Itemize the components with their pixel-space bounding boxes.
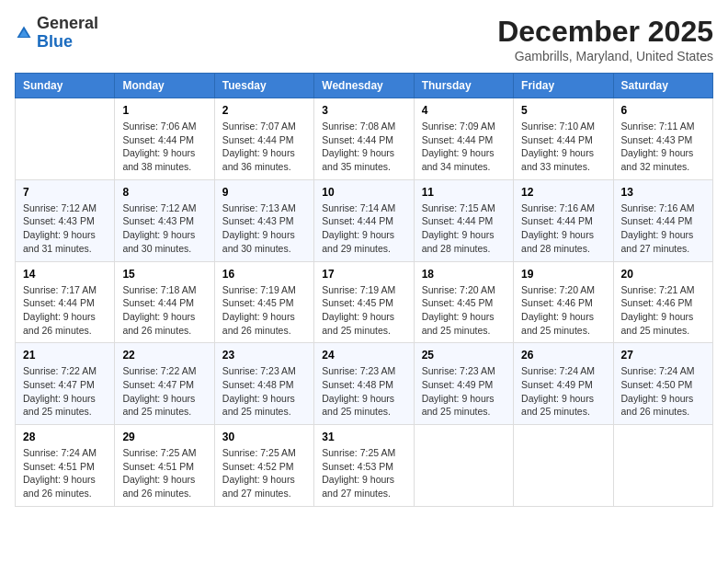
logo-general: General xyxy=(37,15,98,33)
day-detail: Sunrise: 7:23 AMSunset: 4:48 PMDaylight:… xyxy=(322,364,405,419)
calendar-cell: 25Sunrise: 7:23 AMSunset: 4:49 PMDayligh… xyxy=(414,343,513,425)
day-number: 28 xyxy=(23,431,107,443)
calendar-cell: 27Sunrise: 7:24 AMSunset: 4:50 PMDayligh… xyxy=(613,343,712,425)
calendar-cell: 15Sunrise: 7:18 AMSunset: 4:44 PMDayligh… xyxy=(115,261,214,343)
calendar-cell: 5Sunrise: 7:10 AMSunset: 4:44 PMDaylight… xyxy=(514,98,613,180)
day-detail: Sunrise: 7:13 AMSunset: 4:43 PMDaylight:… xyxy=(222,201,306,256)
calendar-cell: 2Sunrise: 7:07 AMSunset: 4:44 PMDaylight… xyxy=(214,98,313,180)
day-number: 24 xyxy=(322,349,405,362)
calendar-cell: 18Sunrise: 7:20 AMSunset: 4:45 PMDayligh… xyxy=(414,261,513,343)
weekday-header-thursday: Thursday xyxy=(414,74,513,98)
day-number: 21 xyxy=(23,349,107,362)
calendar-cell: 23Sunrise: 7:23 AMSunset: 4:48 PMDayligh… xyxy=(214,343,313,425)
day-number: 23 xyxy=(222,349,306,362)
day-number: 8 xyxy=(122,186,206,199)
day-number: 14 xyxy=(23,268,107,281)
calendar-cell: 28Sunrise: 7:24 AMSunset: 4:51 PMDayligh… xyxy=(16,425,115,507)
day-detail: Sunrise: 7:17 AMSunset: 4:44 PMDaylight:… xyxy=(23,283,107,338)
calendar-cell: 11Sunrise: 7:15 AMSunset: 4:44 PMDayligh… xyxy=(414,179,513,261)
weekday-header-wednesday: Wednesday xyxy=(314,74,414,98)
calendar-cell: 29Sunrise: 7:25 AMSunset: 4:51 PMDayligh… xyxy=(115,425,214,507)
calendar-cell: 12Sunrise: 7:16 AMSunset: 4:44 PMDayligh… xyxy=(514,179,613,261)
logo-icon xyxy=(15,24,33,42)
calendar-cell: 13Sunrise: 7:16 AMSunset: 4:44 PMDayligh… xyxy=(613,179,712,261)
calendar-cell: 26Sunrise: 7:24 AMSunset: 4:49 PMDayligh… xyxy=(514,343,613,425)
calendar: SundayMondayTuesdayWednesdayThursdayFrid… xyxy=(15,73,713,507)
calendar-cell: 3Sunrise: 7:08 AMSunset: 4:44 PMDaylight… xyxy=(314,98,414,180)
day-detail: Sunrise: 7:08 AMSunset: 4:44 PMDaylight:… xyxy=(322,120,405,174)
day-number: 27 xyxy=(621,349,705,362)
day-number: 10 xyxy=(322,186,405,199)
day-number: 22 xyxy=(122,349,206,362)
calendar-cell: 30Sunrise: 7:25 AMSunset: 4:52 PMDayligh… xyxy=(214,425,313,507)
calendar-cell: 6Sunrise: 7:11 AMSunset: 4:43 PMDaylight… xyxy=(613,98,712,180)
day-detail: Sunrise: 7:19 AMSunset: 4:45 PMDaylight:… xyxy=(222,283,306,338)
day-number: 6 xyxy=(621,104,705,117)
header: General Blue December 2025 Gambrills, Ma… xyxy=(15,15,713,63)
day-detail: Sunrise: 7:25 AMSunset: 4:52 PMDaylight:… xyxy=(222,446,306,500)
day-detail: Sunrise: 7:12 AMSunset: 4:43 PMDaylight:… xyxy=(122,201,206,256)
day-detail: Sunrise: 7:12 AMSunset: 4:43 PMDaylight:… xyxy=(23,201,107,256)
calendar-cell: 16Sunrise: 7:19 AMSunset: 4:45 PMDayligh… xyxy=(214,261,313,343)
day-number: 3 xyxy=(322,104,405,117)
calendar-cell: 24Sunrise: 7:23 AMSunset: 4:48 PMDayligh… xyxy=(314,343,414,425)
calendar-cell: 19Sunrise: 7:20 AMSunset: 4:46 PMDayligh… xyxy=(514,261,613,343)
day-number: 26 xyxy=(521,349,605,362)
day-detail: Sunrise: 7:16 AMSunset: 4:44 PMDaylight:… xyxy=(621,201,705,256)
day-number: 29 xyxy=(122,431,206,443)
calendar-cell xyxy=(414,425,513,507)
calendar-cell xyxy=(613,425,712,507)
calendar-cell: 8Sunrise: 7:12 AMSunset: 4:43 PMDaylight… xyxy=(115,179,214,261)
calendar-cell xyxy=(16,98,115,180)
day-detail: Sunrise: 7:22 AMSunset: 4:47 PMDaylight:… xyxy=(122,364,206,419)
day-number: 18 xyxy=(422,268,506,281)
day-detail: Sunrise: 7:22 AMSunset: 4:47 PMDaylight:… xyxy=(23,364,107,419)
calendar-cell: 21Sunrise: 7:22 AMSunset: 4:47 PMDayligh… xyxy=(16,343,115,425)
day-detail: Sunrise: 7:15 AMSunset: 4:44 PMDaylight:… xyxy=(422,201,506,256)
weekday-header-saturday: Saturday xyxy=(613,74,712,98)
day-number: 2 xyxy=(222,104,306,117)
day-number: 15 xyxy=(122,268,206,281)
day-number: 12 xyxy=(521,186,605,199)
day-number: 16 xyxy=(222,268,306,281)
day-detail: Sunrise: 7:21 AMSunset: 4:46 PMDaylight:… xyxy=(621,283,705,338)
logo-text: General Blue xyxy=(37,15,98,52)
calendar-cell: 7Sunrise: 7:12 AMSunset: 4:43 PMDaylight… xyxy=(16,179,115,261)
day-detail: Sunrise: 7:20 AMSunset: 4:45 PMDaylight:… xyxy=(422,283,506,338)
day-detail: Sunrise: 7:23 AMSunset: 4:48 PMDaylight:… xyxy=(222,364,306,419)
weekday-header-tuesday: Tuesday xyxy=(214,74,313,98)
day-detail: Sunrise: 7:25 AMSunset: 4:51 PMDaylight:… xyxy=(122,446,206,500)
day-number: 30 xyxy=(222,431,306,443)
day-number: 31 xyxy=(322,431,405,443)
day-detail: Sunrise: 7:24 AMSunset: 4:49 PMDaylight:… xyxy=(521,364,605,419)
month-title: December 2025 xyxy=(497,15,713,49)
day-number: 4 xyxy=(422,104,506,117)
day-detail: Sunrise: 7:11 AMSunset: 4:43 PMDaylight:… xyxy=(621,120,705,174)
day-number: 11 xyxy=(422,186,506,199)
calendar-cell: 1Sunrise: 7:06 AMSunset: 4:44 PMDaylight… xyxy=(115,98,214,180)
logo-blue: Blue xyxy=(37,33,98,52)
day-detail: Sunrise: 7:14 AMSunset: 4:44 PMDaylight:… xyxy=(322,201,405,256)
day-detail: Sunrise: 7:18 AMSunset: 4:44 PMDaylight:… xyxy=(122,283,206,338)
weekday-header-friday: Friday xyxy=(514,74,613,98)
day-number: 20 xyxy=(621,268,705,281)
day-detail: Sunrise: 7:07 AMSunset: 4:44 PMDaylight:… xyxy=(222,120,306,174)
day-number: 17 xyxy=(322,268,405,281)
day-detail: Sunrise: 7:24 AMSunset: 4:51 PMDaylight:… xyxy=(23,446,107,500)
calendar-cell: 20Sunrise: 7:21 AMSunset: 4:46 PMDayligh… xyxy=(613,261,712,343)
day-detail: Sunrise: 7:19 AMSunset: 4:45 PMDaylight:… xyxy=(322,283,405,338)
calendar-cell: 22Sunrise: 7:22 AMSunset: 4:47 PMDayligh… xyxy=(115,343,214,425)
logo: General Blue xyxy=(15,15,98,52)
day-detail: Sunrise: 7:20 AMSunset: 4:46 PMDaylight:… xyxy=(521,283,605,338)
day-detail: Sunrise: 7:24 AMSunset: 4:50 PMDaylight:… xyxy=(621,364,705,419)
calendar-cell: 9Sunrise: 7:13 AMSunset: 4:43 PMDaylight… xyxy=(214,179,313,261)
day-detail: Sunrise: 7:09 AMSunset: 4:44 PMDaylight:… xyxy=(422,120,506,174)
day-number: 19 xyxy=(521,268,605,281)
day-detail: Sunrise: 7:06 AMSunset: 4:44 PMDaylight:… xyxy=(122,120,206,174)
calendar-cell: 4Sunrise: 7:09 AMSunset: 4:44 PMDaylight… xyxy=(414,98,513,180)
calendar-cell xyxy=(514,425,613,507)
day-number: 9 xyxy=(222,186,306,199)
title-area: December 2025 Gambrills, Maryland, Unite… xyxy=(497,15,713,63)
location-title: Gambrills, Maryland, United States xyxy=(497,49,713,63)
weekday-header-monday: Monday xyxy=(115,74,214,98)
